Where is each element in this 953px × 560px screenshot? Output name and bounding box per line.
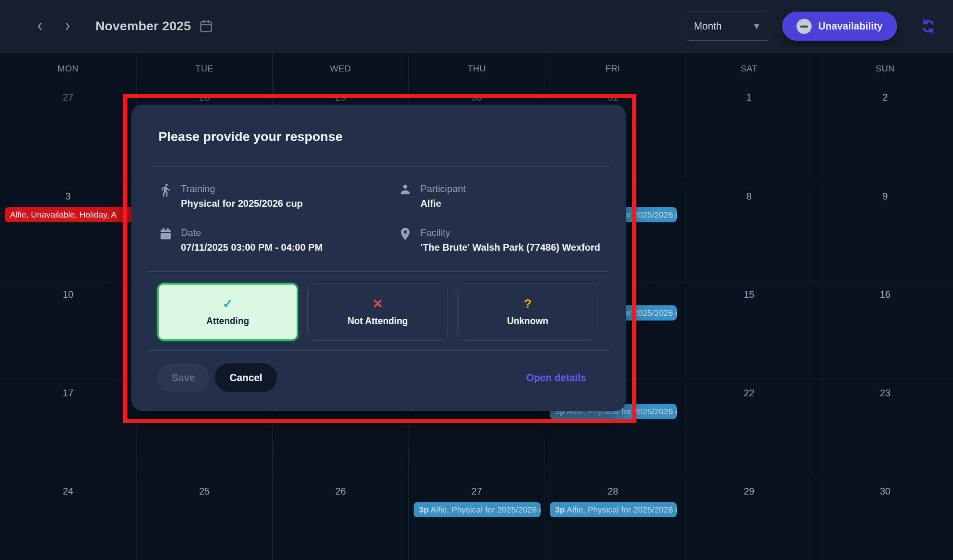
chevron-left-icon [35,21,45,32]
event-list: 3p Alfie, Physical for 2025/2026 cup [414,502,541,520]
day-number: 24 [0,486,136,497]
check-icon: ✓ [222,297,233,310]
day-cell[interactable]: 16 [817,281,953,380]
day-number: 28 [545,486,681,497]
save-button[interactable]: Save [157,363,209,392]
day-cell[interactable]: 22 [681,380,817,478]
event-pill-training[interactable]: 3p Alfie, Physical for 2025/2026 cup [414,502,541,517]
day-cell[interactable]: 25 [136,478,272,560]
event-pill-training[interactable]: 3p Alfie, Physical for 2025/2026 cup [550,502,677,517]
event-pill-unavailability[interactable]: Alfie, Unavailable, Holiday, A [5,207,141,222]
prev-month-button[interactable] [31,18,49,35]
day-cell[interactable]: 26 [272,478,408,560]
question-icon: ? [524,297,532,310]
day-header-mon: MON [0,53,136,84]
refresh-icon [920,18,937,35]
day-cell[interactable]: 15 [681,281,817,380]
response-label: Attending [206,316,249,327]
day-header-fri: FRI [545,53,681,84]
day-number: 25 [137,486,272,497]
day-number: 22 [681,388,817,399]
page-title: November 2025 [95,19,191,34]
response-options: ✓ Attending ✕ Not Attending ? Unknown [157,283,598,341]
person-icon [397,183,413,210]
day-cell[interactable]: 283p Alfie, Physical for 2025/2026 cup [545,478,681,560]
field-value: 07/11/2025 03:00 PM - 04:00 PM [181,241,323,254]
unknown-button[interactable]: ? Unknown [457,283,598,341]
day-cell[interactable]: 27 [0,84,136,183]
day-number: 16 [817,289,953,300]
day-cell[interactable]: 17 [0,380,136,478]
day-header-sat: SAT [681,53,817,84]
day-number: 29 [681,486,817,497]
field-label: Facility [420,227,600,239]
event-list: Alfie, Unavailable, Holiday, A [5,207,132,225]
day-cell[interactable]: 24 [0,478,136,560]
day-cell[interactable]: 8 [681,183,817,281]
view-mode-select[interactable]: Month ▼ [685,12,770,41]
runner-icon [158,183,174,210]
day-cell[interactable]: 30 [817,478,953,560]
day-cell[interactable]: 1 [681,84,817,183]
modal-title: Please provide your response [159,129,343,144]
date-field: Date 07/11/2025 03:00 PM - 04:00 PM [158,227,397,254]
day-number: 30 [409,92,545,103]
field-value: Alfie [420,197,466,210]
event-time: 3p [419,505,429,514]
top-bar: November 2025 Month ▼ Unavailability [0,0,953,53]
attending-button[interactable]: ✓ Attending [157,283,298,341]
modal-footer: Save Cancel Open details [157,363,586,392]
chevron-right-icon [62,21,73,32]
event-time: 3p [555,505,565,514]
day-number: 17 [0,388,136,399]
field-value: 'The Brute' Walsh Park (77486) Wexford [420,241,600,254]
minus-circle-icon [796,19,812,34]
cross-icon: ✕ [372,297,383,310]
facility-field: Facility 'The Brute' Walsh Park (77486) … [397,227,603,254]
training-field: Training Physical for 2025/2026 cup [158,183,397,210]
divider [148,271,609,272]
field-label: Date [181,227,323,239]
day-header-tue: TUE [136,53,272,84]
location-icon [397,227,413,254]
field-label: Participant [420,183,466,195]
refresh-button[interactable] [919,17,938,36]
day-number: 31 [545,92,681,103]
next-month-button[interactable] [59,18,76,35]
view-mode-value: Month [694,20,721,32]
day-number: 26 [273,486,408,497]
cancel-button[interactable]: Cancel [215,363,277,392]
calendar-icon[interactable] [198,18,214,34]
day-number: 30 [817,486,953,497]
field-label: Training [181,183,303,195]
field-value: Physical for 2025/2026 cup [181,197,303,210]
participant-field: Participant Alfie [397,183,603,210]
day-number: 27 [409,486,545,497]
day-number: 29 [273,92,408,103]
day-cell[interactable]: 9 [817,183,953,281]
response-modal: Please provide your response Training Ph… [131,105,626,411]
day-cell[interactable]: 273p Alfie, Physical for 2025/2026 cup [408,478,545,560]
event-details: Training Physical for 2025/2026 cup Part… [158,183,603,254]
day-cell[interactable]: 3Alfie, Unavailable, Holiday, A [0,183,136,281]
week-row: 242526273p Alfie, Physical for 2025/2026… [0,478,953,560]
day-cell[interactable]: 23 [817,380,953,478]
divider [148,350,609,351]
day-cell[interactable]: 2 [817,84,953,183]
unavailability-button[interactable]: Unavailability [782,12,897,41]
divider [148,166,609,167]
event-title: Alfie, Physical for 2025/2026 cup [567,505,677,514]
unavailability-label: Unavailability [818,20,882,32]
day-number: 8 [681,191,817,202]
day-number: 10 [0,289,136,300]
day-cell[interactable]: 29 [681,478,817,560]
chevron-down-icon: ▼ [752,22,761,31]
calendar-icon [158,227,174,254]
open-details-link[interactable]: Open details [526,372,586,384]
event-title: Alfie, Unavailable, Holiday, A [10,210,117,219]
day-number: 28 [137,92,272,103]
not-attending-button[interactable]: ✕ Not Attending [307,283,448,341]
day-cell[interactable]: 10 [0,281,136,380]
day-header-thu: THU [408,53,545,84]
response-label: Not Attending [347,316,408,327]
